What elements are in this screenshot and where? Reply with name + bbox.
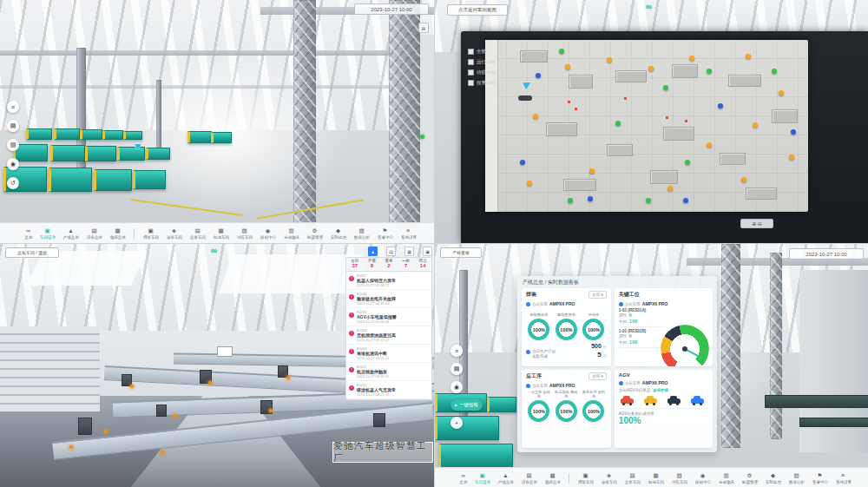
layer-toggle-button[interactable]: + [450,417,463,429]
status-dot[interactable] [565,64,570,69]
toolbar-item[interactable]: ▣车间漫游 [470,468,494,487]
toolbar-item[interactable]: ⚑告警中心 [373,223,397,243]
status-dot[interactable] [689,56,694,61]
status-dot[interactable] [615,121,621,126]
alarm-item[interactable]: !E1016输送链光电开关故障2023-10-27 09:45:33 [346,290,431,308]
toolbar-item[interactable]: ▥仓储物流 [279,223,303,243]
toolbar-item[interactable]: ▦电池车间 [644,468,667,487]
toolbar-item[interactable]: ⚙能源管理 [738,468,761,487]
back-to-workshop-button[interactable]: 点击返回车间视图 [447,4,508,16]
status-dot[interactable] [646,198,651,203]
toolbar-item[interactable]: ▲产线总览 [494,468,517,487]
toolbar-item[interactable]: ▦物流总览 [541,468,564,487]
alarm-list[interactable]: !E1017机器人焊钳压力异常2023-10-27 09:58:12!E1016… [345,271,432,400]
status-dot[interactable] [772,69,777,74]
status-dot[interactable] [707,142,712,148]
status-dot[interactable] [533,114,538,119]
status-dot[interactable] [527,181,532,186]
status-dot[interactable] [589,168,595,174]
agv-vehicle-icon[interactable] [667,398,681,404]
toolbar-item[interactable]: ▲产线总览 [59,223,82,243]
alarm-item[interactable]: !E1017机器人焊钳压力异常2023-10-27 09:58:12 [346,272,431,290]
toolbar-item[interactable]: ◈涂装车间 [597,468,621,487]
layer-toggle-button[interactable]: ≡ [7,101,19,113]
toolbar-item[interactable]: ▧冲压车间 [667,468,691,487]
zoom-control[interactable]: ⊕ ⊖ [740,219,773,228]
status-dot[interactable] [663,85,668,90]
agv-vehicle-icon[interactable] [621,398,634,404]
status-dot[interactable] [779,90,784,95]
toolbar-item[interactable]: ◆安防监控 [326,223,350,243]
status-dot[interactable] [559,49,564,54]
toolbar-item[interactable]: ▤总装车间 [621,468,644,487]
factory-map[interactable]: ▶ [485,40,808,212]
toolbar-item[interactable]: ∞总览 [456,468,470,487]
toolbar-item[interactable]: ◈涂装车间 [162,223,186,243]
status-dot[interactable] [520,160,525,165]
toolbar-item[interactable]: ▤总装车间 [186,223,209,243]
toolbar-item[interactable]: ◉质检中心 [256,223,279,243]
status-dot[interactable] [746,54,751,59]
dropdown-select[interactable]: 全部 ▾ [589,372,607,380]
status-dot[interactable] [718,103,723,109]
toolbar-item[interactable]: ∞总览 [21,223,36,243]
toolbar-item[interactable]: ◆安防监控 [761,468,785,487]
alarm-tab[interactable]: 提示14 [414,258,431,271]
layer-toggle-button[interactable]: ◉ [7,158,19,170]
layer-toggle-button[interactable]: ▧ [7,139,19,151]
status-dot[interactable] [588,196,593,201]
status-dot[interactable] [791,129,796,135]
status-dot[interactable] [741,177,746,182]
status-dot[interactable] [536,73,541,78]
layer-toggle-button[interactable]: ◉ [450,381,463,393]
toolbar-item[interactable]: ▨数据分析 [350,223,373,243]
alarm-item[interactable]: !E1012机运线急停触发2023-10-27 08:40:05 [346,363,431,381]
toolbar-item[interactable]: ▤设备总览 [82,223,106,243]
fullscreen-button[interactable]: ⊞ [418,23,429,33]
toolbar-item[interactable]: ▣焊装车间 [574,468,597,487]
status-dot[interactable] [568,198,573,203]
status-dot[interactable] [683,198,688,203]
toolbar-item[interactable]: ▨数据分析 [785,468,808,487]
alarm-item[interactable]: !E1011喷涂机器人气压异常2023-10-27 08:22:19 [346,381,431,399]
toolbar-item[interactable]: ◉质检中心 [691,468,714,487]
toolbar-item[interactable]: ≡系统设置 [397,223,420,243]
panel-mode-button[interactable]: ▦ [404,247,414,256]
toolbar-item[interactable]: ▣焊装车间 [139,223,162,243]
alarm-tab[interactable]: 全部37 [346,258,364,271]
alarm-tab[interactable]: 严重8 [364,258,381,271]
toolbar-item[interactable]: ≡系统设置 [832,468,855,487]
toolbar-item[interactable]: ▤设备总览 [517,468,541,487]
toolbar-item[interactable]: ▣车间漫游 [36,223,59,243]
layer-toggle-button[interactable]: ↺ [7,177,19,189]
alarm-item[interactable]: !E1014压机润滑油温度过高2023-10-27 09:12:47 [346,326,431,345]
alarm-item[interactable]: !E1013堆垛机通讯中断2023-10-27 08:55:21 [346,345,431,363]
collapse-button[interactable]: ··· [518,95,532,101]
dropdown-select[interactable]: 全部 ▾ [589,291,607,299]
toolbar-item[interactable]: ⚑告警中心 [808,468,832,487]
toolbar-item[interactable]: ▦电池车间 [209,223,233,243]
alarm-item[interactable]: !E1015AGV小车电量低报警2023-10-27 09:30:08 [346,308,431,326]
agv-vehicle-icon[interactable] [644,398,657,404]
toolbar-item[interactable]: ▥仓储物流 [714,468,738,487]
layer-checkbox-row[interactable]: 报警设备 [468,80,496,86]
panel-mode-button[interactable]: ▲ [368,247,378,256]
layer-toggle-button[interactable]: ▤ [7,120,19,132]
toolbar-item[interactable]: ▦物流总览 [106,223,129,243]
layer-toggle-button[interactable]: ▤ [450,363,463,375]
status-dot[interactable] [789,155,794,160]
alarm-tab[interactable]: 重要2 [380,258,398,271]
status-dot[interactable] [667,186,673,191]
layer-checkbox-row[interactable]: 全部 [468,49,496,55]
layer-checkbox-row[interactable]: 运行设备 [468,59,496,65]
status-dot[interactable] [648,66,654,71]
alarm-tab[interactable]: 一般7 [398,258,415,271]
status-dot[interactable] [753,122,758,128]
patrol-button[interactable]: ▶一键巡检 [450,399,483,411]
status-dot[interactable] [607,57,612,63]
panel-mode-button[interactable]: ▤ [386,247,396,256]
toolbar-item[interactable]: ▧冲压车间 [233,223,256,243]
status-dot[interactable] [685,160,690,165]
viewer-position-arrow[interactable]: ▶ [521,77,533,90]
toolbar-item[interactable]: ⚙能源管理 [303,223,326,243]
